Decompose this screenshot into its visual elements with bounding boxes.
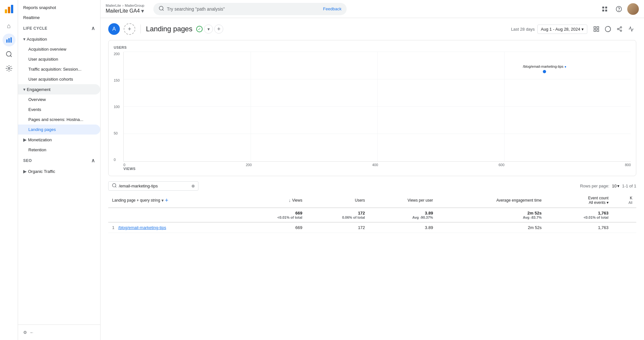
totals-users: 172 0.06% of total <box>306 208 369 222</box>
search-placeholder: Try searching "path analysis" <box>167 6 225 12</box>
compare-icon[interactable] <box>603 24 613 34</box>
y-tick-100: 100 <box>114 105 121 109</box>
lifecycle-section-header[interactable]: Life cycle ∧ <box>18 23 100 34</box>
settings-item[interactable]: ⚙ ← <box>18 327 100 337</box>
svg-rect-1 <box>8 7 10 13</box>
svg-point-23 <box>617 28 619 30</box>
table-view-icon[interactable] <box>591 24 601 34</box>
col-landing-page[interactable]: Landing page + query string ▾ + <box>108 193 239 208</box>
col-views-per-user[interactable]: Views per user <box>369 193 437 208</box>
breadcrumb: MailerLite › MailerGroup <box>106 4 144 7</box>
svg-rect-11 <box>602 6 604 8</box>
x-tick-200: 200 <box>246 163 252 167</box>
gear-icon: ⚙ <box>23 330 27 335</box>
page-avatar: A <box>108 23 120 35</box>
landing-pages-item[interactable]: Landing pages <box>18 125 100 135</box>
sort-arrow-views: ↓ <box>289 198 291 203</box>
rows-per-page-value: 10 <box>612 184 616 188</box>
search-bar[interactable]: Try searching "path analysis" Feedback <box>153 3 347 15</box>
events-item[interactable]: Events <box>18 105 100 115</box>
y-tick-50: 50 <box>114 131 121 135</box>
filter-clear-button[interactable]: ⊗ <box>191 184 195 188</box>
user-avatar[interactable] <box>627 3 639 15</box>
page-title: Landing pages <box>146 25 192 33</box>
filter-search-box[interactable]: /email-marketing-tips ⊗ <box>108 181 198 191</box>
svg-rect-4 <box>8 38 10 43</box>
svg-point-27 <box>112 184 116 187</box>
reports-snapshot-item[interactable]: Reports snapshot <box>18 3 100 13</box>
x-tick-800: 800 <box>625 163 631 167</box>
table-totals-row: 669 <0.01% of total 172 0.06% of total 3… <box>108 208 636 222</box>
row-k <box>612 222 636 233</box>
user-acquisition-cohorts-item[interactable]: User acquisition cohorts <box>18 74 100 84</box>
data-table: Landing page + query string ▾ + ↓ Views … <box>108 193 636 233</box>
rows-per-page-selector[interactable]: 10 ▾ <box>612 184 619 188</box>
table-header-row: Landing page + query string ▾ + ↓ Views … <box>108 193 636 208</box>
chart-area: USERS 0 50 100 150 200 <box>108 40 636 176</box>
col-k[interactable]: K All <box>612 193 636 208</box>
x-tick-0: 0 <box>123 163 125 167</box>
explore-nav-icon[interactable] <box>3 48 15 61</box>
col-users[interactable]: Users <box>306 193 369 208</box>
chart-x-label: VIEWS <box>114 167 631 171</box>
engagement-overview-item[interactable]: Overview <box>18 95 100 105</box>
analytics-logo[interactable] <box>3 3 15 15</box>
svg-line-28 <box>115 186 116 187</box>
feedback-link[interactable]: Feedback <box>323 6 341 11</box>
seo-section-header[interactable]: SEO ∧ <box>18 155 100 166</box>
grid-icon[interactable] <box>599 3 610 15</box>
acquisition-overview-item[interactable]: Acquisition overview <box>18 44 100 54</box>
organic-traffic-group-header[interactable]: ▶ Organic Traffic <box>18 166 100 176</box>
monetization-arrow: ▶ <box>23 137 27 142</box>
add-comparison-button[interactable]: + <box>124 23 135 35</box>
svg-rect-5 <box>10 37 12 43</box>
filter-row: /email-marketing-tips ⊗ Rows per page: 1… <box>108 181 636 191</box>
chart-data-point <box>543 70 546 73</box>
insights-icon[interactable] <box>626 24 636 34</box>
realtime-item[interactable]: Realtime <box>18 13 100 23</box>
title-dropdown-button[interactable]: ▾ <box>204 25 213 34</box>
event-count-filter[interactable]: All events ▾ <box>589 200 608 205</box>
date-selector[interactable]: Aug 1 - Aug 28, 2024 ▾ <box>537 25 587 34</box>
top-bar: MailerLite › MailerGroup MailerLite GA4 … <box>101 0 644 18</box>
engagement-group-header[interactable]: ▾ Engagement <box>18 84 100 95</box>
vgrid-3 <box>504 52 505 161</box>
add-metric-button[interactable]: + <box>214 25 223 34</box>
col-event-count[interactable]: Event count All events ▾ <box>545 193 612 208</box>
main-content: A + Landing pages ✓ ▾ + Last 28 days Aug… <box>101 18 644 340</box>
svg-rect-2 <box>11 5 13 13</box>
col-avg-engagement[interactable]: Average engagement time <box>437 193 545 208</box>
svg-point-24 <box>620 30 622 32</box>
svg-rect-18 <box>597 27 599 29</box>
help-icon[interactable] <box>613 3 625 15</box>
nav-bottom: ⚙ ← <box>18 325 100 340</box>
retention-item[interactable]: Retention <box>18 145 100 155</box>
svg-rect-14 <box>605 9 607 11</box>
svg-point-8 <box>8 67 10 69</box>
vgrid-2 <box>377 52 378 161</box>
property-selector[interactable]: MailerLite › MailerGroup MailerLite GA4 … <box>106 4 144 15</box>
svg-point-9 <box>159 6 163 10</box>
property-dropdown-icon[interactable]: ▾ <box>141 7 144 15</box>
acquisition-arrow: ▾ <box>23 36 25 42</box>
svg-rect-3 <box>6 39 7 43</box>
table-row: 1 /blog/email-marketing-tips 669 172 3.8… <box>108 222 636 233</box>
totals-views-per-user: 3.89 Avg -90.37% <box>369 208 437 222</box>
date-range-label: Last 28 days <box>511 27 535 32</box>
acquisition-group-header[interactable]: ▾ Acquisition <box>18 34 100 44</box>
svg-rect-0 <box>5 9 7 13</box>
traffic-acquisition-item[interactable]: Traffic acquisition: Session... <box>18 64 100 74</box>
monetization-group-header[interactable]: ▶ Monetization <box>18 135 100 145</box>
reports-nav-icon[interactable] <box>3 34 15 46</box>
landing-page-dropdown[interactable]: ▾ <box>161 198 164 203</box>
pages-screens-item[interactable]: Pages and screens: Hostna... <box>18 115 100 125</box>
share-icon[interactable] <box>614 24 625 34</box>
page-header: A + Landing pages ✓ ▾ + Last 28 days Aug… <box>108 23 636 35</box>
date-range-value: Aug 1 - Aug 28, 2024 <box>541 27 580 32</box>
advertising-nav-icon[interactable] <box>3 62 15 75</box>
user-acquisition-item[interactable]: User acquisition <box>18 54 100 64</box>
col-views[interactable]: ↓ Views <box>239 193 306 208</box>
home-nav-icon[interactable]: ⌂ <box>3 19 15 32</box>
add-dimension-button[interactable]: + <box>165 197 168 204</box>
filter-search-value: /email-marketing-tips <box>119 184 158 188</box>
